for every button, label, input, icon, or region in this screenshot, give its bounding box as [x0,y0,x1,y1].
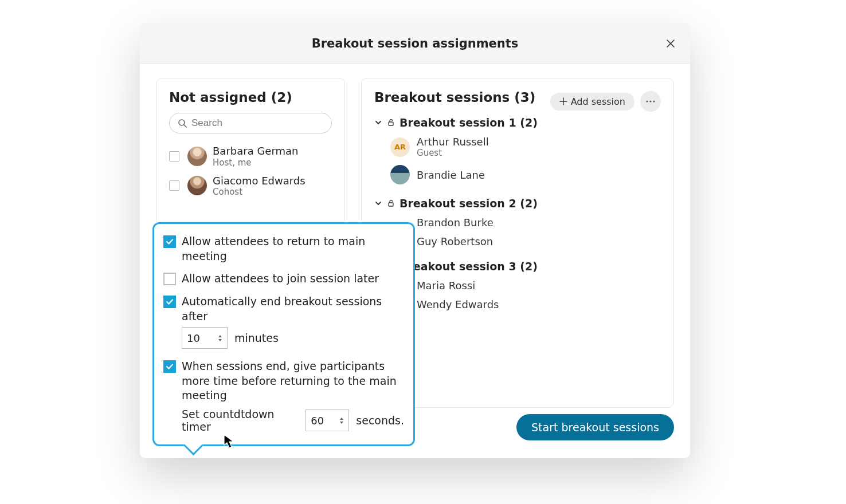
option-label: Allow attendees to return to main meetin… [182,234,404,263]
svg-point-2 [649,100,651,102]
avatar [390,165,410,184]
stepper-arrows-icon[interactable] [218,334,222,342]
chevron-down-icon [374,199,382,207]
minutes-value: 10 [187,332,216,344]
option-label: Automatically end breakout sessions afte… [182,294,404,324]
member-name: Arthur Russell [417,136,489,148]
session-member[interactable]: AR Arthur Russell Guest [390,132,661,162]
option-join-later[interactable]: Allow attendees to join session later [163,271,404,286]
person-role: Host, me [213,158,298,168]
person-name: Giacomo Edwards [213,175,306,187]
option-label: Allow attendees to join session later [182,271,379,286]
member-name: Brandon Burke [417,216,493,229]
session-title: Breakout session 1 (2) [399,116,538,129]
session-title: Breakout session 2 (2) [399,197,538,210]
search-icon [178,119,187,128]
session-member[interactable]: Maria Rossi [390,276,661,295]
more-actions-button[interactable] [640,91,661,112]
avatar-initials: AR [394,143,406,151]
avatar [187,176,207,195]
countdown-label: Set countdtdown timer [182,408,299,433]
checkbox[interactable] [169,180,179,191]
avatar: AR [390,137,410,157]
checkbox-checked[interactable] [163,235,176,248]
more-icon [646,100,655,103]
person-name: Barbara German [213,145,298,158]
start-breakout-button[interactable]: Start breakout sessions [516,414,674,440]
svg-point-3 [653,100,655,102]
session-title: Breakout session 3 (2) [399,260,538,273]
breakout-assignments-modal: Breakout session assignments Not assigne… [140,23,690,458]
svg-rect-5 [389,203,393,206]
member-name: Maria Rossi [417,279,475,292]
option-label: When sessions end, give participants mor… [182,359,404,403]
seconds-unit: seconds. [356,414,404,427]
session-member[interactable]: Wendy Edwards [390,295,661,314]
close-button[interactable] [661,34,680,53]
chevron-down-icon [374,119,382,127]
session-member[interactable]: Guy Robertson [390,232,661,251]
option-return-main[interactable]: Allow attendees to return to main meetin… [163,234,404,263]
not-assigned-title: Not assigned (2) [169,90,332,105]
unlock-icon [387,119,395,127]
session-block: Breakout session 2 (2) Brandon Burke Guy… [374,194,661,251]
session-toggle[interactable]: Breakout session 3 (2) [374,257,661,276]
plus-icon [559,97,567,105]
member-name: Brandie Lane [417,169,485,181]
session-toggle[interactable]: Breakout session 2 (2) [374,194,661,213]
svg-point-1 [646,100,648,102]
search-field[interactable] [169,113,332,133]
person-role: Cohost [213,187,306,197]
session-toggle[interactable]: Breakout session 1 (2) [374,113,661,132]
session-block: Breakout session 3 (2) Maria Rossi Wendy… [374,257,661,314]
check-icon [166,298,174,306]
seconds-stepper[interactable]: 60 [306,410,349,431]
seconds-value: 60 [311,415,337,427]
member-role: Guest [417,148,489,158]
check-icon [166,363,174,371]
search-input[interactable] [191,117,323,129]
checkbox-unchecked[interactable] [163,273,176,285]
unlock-icon [387,199,395,207]
option-auto-end[interactable]: Automatically end breakout sessions afte… [163,294,404,324]
modal-title: Breakout session assignments [312,37,519,50]
checkbox-checked[interactable] [163,360,176,373]
settings-popover: Allow attendees to return to main meetin… [152,222,415,446]
svg-rect-4 [389,122,393,125]
stepper-arrows-icon[interactable] [339,417,344,424]
member-name: Guy Robertson [417,235,493,247]
member-name: Wendy Edwards [417,298,499,310]
add-session-button[interactable]: Add session [550,93,634,111]
unassigned-row[interactable]: Giacomo Edwards Cohost [169,171,332,201]
start-label: Start breakout sessions [531,421,659,434]
auto-end-value-row: 10 minutes [163,327,404,349]
countdown-value-row: Set countdtdown timer 60 seconds. [163,408,404,433]
minutes-stepper[interactable]: 10 [182,327,228,349]
unassigned-row[interactable]: Barbara German Host, me [169,141,332,171]
checkbox-checked[interactable] [163,296,176,308]
session-member[interactable]: Brandon Burke [390,213,661,232]
check-icon [166,238,174,246]
option-countdown[interactable]: When sessions end, give participants mor… [163,359,404,403]
close-icon [666,39,675,48]
sessions-title: Breakout sessions (3) [374,90,535,105]
checkbox[interactable] [169,151,179,162]
avatar [187,147,207,166]
modal-header: Breakout session assignments [140,23,690,64]
add-session-label: Add session [571,96,625,107]
session-member[interactable]: Brandie Lane [390,162,661,188]
minutes-unit: minutes [234,332,279,344]
session-block: Breakout session 1 (2) AR Arthur Russell… [374,113,661,188]
